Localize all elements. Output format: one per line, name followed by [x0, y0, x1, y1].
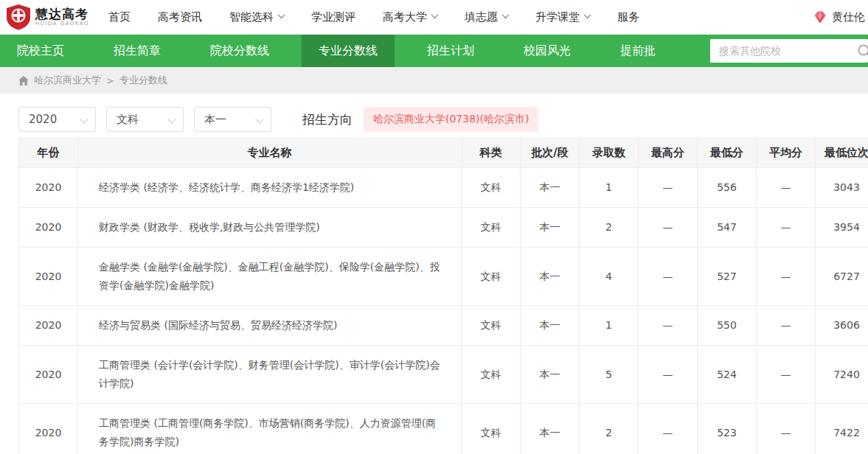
chevron-down-icon [431, 11, 439, 18]
tab-院校分数线[interactable]: 院校分数线 [193, 35, 286, 67]
table-row: 2020金融学类 (金融学(金融学院)、金融工程(金融学院)、保险学(金融学院)… [19, 248, 868, 306]
major-score-table: 年份专业名称科类批次/段录取数最高分最低分平均分最低位次 2020经济学类 (经… [18, 138, 868, 454]
table-row: 2020财政学类 (财政学、税收学,财政与公共管理学院)文科本一2—547—39… [19, 208, 868, 248]
major-name-cell: 金融学类 (金融学(金融学院)、金融工程(金融学院)、保险学(金融学院)、投资学… [78, 248, 462, 306]
table-cell: 7422 [816, 404, 868, 454]
user-box[interactable]: 黄仕伦 [813, 10, 865, 24]
table-cell: 3043 [816, 168, 868, 208]
tab-院校主页[interactable]: 院校主页 [0, 35, 81, 67]
topnav-item[interactable]: 学业测评 [311, 10, 355, 24]
table-cell: 2020 [19, 404, 78, 454]
logo-subtitle: HUIDA GAOKAO [35, 21, 89, 27]
table-cell: 7240 [816, 346, 868, 404]
tab-提前批[interactable]: 提前批 [603, 35, 673, 67]
logo[interactable]: 慧达高考 HUIDA GAOKAO [6, 4, 89, 30]
table-header: 年份专业名称科类批次/段录取数最高分最低分平均分最低位次 [19, 139, 868, 168]
table-cell: 4 [580, 248, 639, 306]
major-name-cell: 工商管理类 (工商管理(商务学院)、市场营销(商务学院)、人力资源管理(商务学院… [78, 404, 462, 454]
table-cell: 文科 [462, 404, 521, 454]
major-name-cell: 财政学类 (财政学、税收学,财政与公共管理学院) [78, 208, 462, 248]
subject-select-value: 文科 [117, 113, 139, 127]
school-search-box [710, 39, 868, 63]
column-header: 专业名称 [78, 139, 462, 168]
column-header: 最高分 [639, 139, 698, 168]
subject-select[interactable]: 文科 [106, 107, 184, 132]
topnav-item[interactable]: 填志愿 [465, 10, 508, 24]
major-name-cell: 经济学类 (经济学、经济统计学、商务经济学1经济学院) [78, 168, 462, 208]
table-cell: 文科 [462, 208, 521, 248]
year-select-value: 2020 [29, 113, 57, 126]
tab-招生简章[interactable]: 招生简章 [97, 35, 178, 67]
direction-label: 招生方向 [302, 111, 353, 128]
home-icon[interactable] [18, 76, 29, 85]
school-tab-bar: 院校主页招生简章院校分数线专业分数线招生计划校园风光提前批 [0, 35, 868, 67]
chevron-down-icon [255, 115, 263, 123]
table-cell: 本一 [521, 306, 580, 346]
chevron-down-icon [278, 11, 285, 18]
table-cell: 本一 [521, 208, 580, 248]
table-cell: — [639, 208, 698, 248]
breadcrumb-separator: > [106, 75, 114, 86]
table-cell: 文科 [462, 306, 521, 346]
table-cell: 1 [580, 306, 639, 346]
topnav-item[interactable]: 高考资讯 [158, 10, 202, 24]
table-cell: — [639, 306, 698, 346]
year-select[interactable]: 2020 [18, 107, 96, 132]
table-cell: — [757, 168, 816, 208]
topnav-item[interactable]: 首页 [108, 10, 131, 24]
table-cell: 523 [698, 404, 757, 454]
logo-text: 慧达高考 HUIDA GAOKAO [35, 7, 89, 27]
column-header: 最低位次 [816, 139, 868, 168]
batch-select[interactable]: 本一 [194, 107, 271, 132]
topnav-item[interactable]: 高考大学 [383, 10, 437, 24]
chevron-down-icon [80, 115, 88, 123]
table-cell: 文科 [462, 168, 521, 208]
table-row: 2020工商管理类 (工商管理(商务学院)、市场营销(商务学院)、人力资源管理(… [19, 404, 868, 454]
top-bar: 慧达高考 HUIDA GAOKAO 首页高考资讯智能选科学业测评高考大学填志愿升… [0, 0, 868, 35]
table-cell: 2020 [19, 248, 78, 306]
table-cell: — [757, 346, 816, 404]
table-row: 2020经济学类 (经济学、经济统计学、商务经济学1经济学院)文科本一1—556… [19, 168, 868, 208]
table-row: 2020经济与贸易类 (国际经济与贸易、贸易经济经济学院)文科本一1—550—3… [19, 306, 868, 346]
column-header: 最低分 [698, 139, 757, 168]
chevron-down-icon [584, 11, 591, 18]
table-cell: 文科 [462, 346, 521, 404]
tab-专业分数线[interactable]: 专业分数线 [302, 35, 395, 67]
table-cell: — [639, 346, 698, 404]
table-cell: 527 [698, 248, 757, 306]
table-cell: 524 [698, 346, 757, 404]
table-cell: 556 [698, 168, 757, 208]
table-cell: 2020 [19, 208, 78, 248]
table-cell: 本一 [521, 346, 580, 404]
chevron-down-icon [167, 115, 176, 123]
table-cell: 文科 [462, 248, 521, 306]
table-cell: 本一 [521, 168, 580, 208]
table-cell: — [757, 248, 816, 306]
table-body: 2020经济学类 (经济学、经济统计学、商务经济学1经济学院)文科本一1—556… [19, 168, 868, 454]
topnav-item[interactable]: 升学课堂 [535, 10, 590, 24]
major-name-cell: 工商管理类 (会计学(会计学院)、财务管理(会计学院)、审计学(会计学院)会计学… [78, 346, 462, 404]
direction-tag[interactable]: 哈尔滨商业大学(0738)(哈尔滨市) [364, 107, 538, 132]
table-row: 2020工商管理类 (会计学(会计学院)、财务管理(会计学院)、审计学(会计学院… [19, 346, 868, 404]
major-name-cell: 经济与贸易类 (国际经济与贸易、贸易经济经济学院) [78, 306, 462, 346]
table-cell: 2020 [19, 346, 78, 404]
table-cell: — [639, 168, 698, 208]
topnav-item[interactable]: 智能选科 [229, 10, 284, 24]
topnav-item[interactable]: 服务 [617, 10, 639, 24]
tab-招生计划[interactable]: 招生计划 [410, 35, 491, 67]
search-icon[interactable] [856, 43, 868, 59]
breadcrumb-page: 专业分数线 [119, 74, 167, 87]
column-header: 科类 [462, 139, 521, 168]
table-cell: — [757, 306, 816, 346]
table-cell: 550 [698, 306, 757, 346]
school-search-input[interactable] [710, 39, 856, 63]
user-name[interactable]: 黄仕伦 [832, 10, 865, 24]
vip-gem-icon [813, 10, 827, 24]
logo-title: 慧达高考 [35, 7, 89, 21]
table-cell: 2 [580, 404, 639, 454]
filter-row: 2020 文科 本一 招生方向 哈尔滨商业大学(0738)(哈尔滨市) [18, 107, 868, 132]
breadcrumb-school[interactable]: 哈尔滨商业大学 [34, 74, 101, 87]
table-cell: 2 [580, 208, 639, 248]
chevron-down-icon [502, 11, 510, 18]
tab-校园风光[interactable]: 校园风光 [507, 35, 588, 67]
